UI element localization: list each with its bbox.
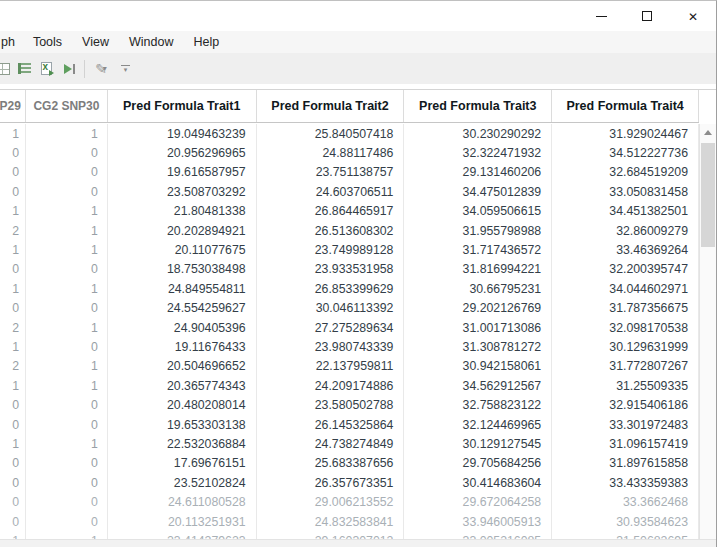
- cell-trait3[interactable]: 31.717436572: [404, 240, 552, 259]
- cell-cg2-snp30[interactable]: 1: [26, 202, 108, 221]
- cell-snp29[interactable]: 1: [0, 337, 26, 356]
- cell-trait1[interactable]: 20.480208014: [108, 395, 257, 414]
- cell-cg2-snp30[interactable]: 0: [26, 260, 108, 279]
- cell-snp29[interactable]: 0: [0, 512, 26, 531]
- table-row[interactable]: 0020.11325193124.83258384133.94600591330…: [0, 512, 699, 531]
- table-row[interactable]: 0019.61658795723.75113875729.13146020632…: [0, 163, 699, 182]
- cell-snp29[interactable]: 0: [0, 395, 26, 414]
- table-row[interactable]: 2124.9040539627.27528963431.00171308632.…: [0, 318, 699, 337]
- table-row[interactable]: 0020.95629696524.8811748632.32247193234.…: [0, 143, 699, 162]
- cell-trait3[interactable]: 32.758823122: [404, 395, 552, 414]
- column-header-trait1[interactable]: Pred Formula Trait1: [108, 90, 257, 122]
- cell-trait3[interactable]: 31.816994221: [404, 260, 552, 279]
- cell-snp29[interactable]: 2: [0, 221, 26, 240]
- cell-trait2[interactable]: 30.046113392: [257, 299, 405, 318]
- cell-cg2-snp30[interactable]: 0: [26, 337, 108, 356]
- cell-trait2[interactable]: 23.933531958: [257, 260, 405, 279]
- cell-trait2[interactable]: 27.275289634: [257, 318, 405, 337]
- cell-trait4[interactable]: 33.433359383: [552, 473, 699, 492]
- cell-trait3[interactable]: 30.129127545: [404, 434, 552, 453]
- scroll-up-button[interactable]: [700, 124, 716, 141]
- cell-snp29[interactable]: 2: [0, 318, 26, 337]
- excel-export-icon[interactable]: [35, 59, 57, 79]
- cell-snp29[interactable]: 0: [0, 299, 26, 318]
- cell-snp29[interactable]: 0: [0, 473, 26, 492]
- run-icon[interactable]: [57, 59, 79, 79]
- cell-trait3[interactable]: 29.672064258: [404, 492, 552, 511]
- cell-trait1[interactable]: 19.653303138: [108, 415, 257, 434]
- close-button[interactable]: [670, 1, 716, 31]
- cell-trait3[interactable]: 33.946005913: [404, 512, 552, 531]
- cell-trait3[interactable]: 30.414683604: [404, 473, 552, 492]
- cell-trait2[interactable]: 22.137959811: [257, 357, 405, 376]
- cell-cg2-snp30[interactable]: 0: [26, 395, 108, 414]
- columns-icon[interactable]: [13, 59, 35, 79]
- cell-trait1[interactable]: 24.849554811: [108, 279, 257, 298]
- column-header-snp29[interactable]: P29: [0, 90, 26, 122]
- cell-trait2[interactable]: 25.840507418: [257, 124, 405, 143]
- cell-snp29[interactable]: 1: [0, 124, 26, 143]
- maximize-button[interactable]: [624, 1, 670, 31]
- column-header-trait4[interactable]: Pred Formula Trait4: [552, 90, 699, 122]
- cell-trait1[interactable]: 20.504696652: [108, 357, 257, 376]
- table-row[interactable]: 1123.41427962329.16030701233.00521608531…: [0, 531, 699, 539]
- cell-cg2-snp30[interactable]: 1: [26, 318, 108, 337]
- cell-trait4[interactable]: 33.301972483: [552, 415, 699, 434]
- table-row[interactable]: 1121.8048133826.86446591734.05950661534.…: [0, 202, 699, 221]
- cell-snp29[interactable]: 0: [0, 415, 26, 434]
- cell-trait4[interactable]: 31.787356675: [552, 299, 699, 318]
- table-row[interactable]: 1124.84955481126.85339962930.6679523134.…: [0, 279, 699, 298]
- cell-snp29[interactable]: 1: [0, 434, 26, 453]
- cell-trait1[interactable]: 23.414279623: [108, 531, 257, 539]
- cell-snp29[interactable]: 1: [0, 531, 26, 539]
- cell-cg2-snp30[interactable]: 1: [26, 124, 108, 143]
- cell-trait4[interactable]: 32.200395747: [552, 260, 699, 279]
- cell-cg2-snp30[interactable]: 1: [26, 357, 108, 376]
- bottom-scroll-strip[interactable]: [0, 539, 716, 547]
- cell-cg2-snp30[interactable]: 1: [26, 531, 108, 539]
- cell-trait2[interactable]: 26.864465917: [257, 202, 405, 221]
- cell-trait4[interactable]: 31.929024467: [552, 124, 699, 143]
- table-row[interactable]: 0023.50870329224.60370651134.47501283933…: [0, 182, 699, 201]
- cell-trait1[interactable]: 18.753038498: [108, 260, 257, 279]
- table-row[interactable]: 1120.1107767523.74998912831.71743657233.…: [0, 240, 699, 259]
- table-row[interactable]: 2120.50469665222.13795981130.94215806131…: [0, 357, 699, 376]
- cell-snp29[interactable]: 0: [0, 454, 26, 473]
- cell-trait4[interactable]: 31.772807267: [552, 357, 699, 376]
- cell-cg2-snp30[interactable]: 0: [26, 512, 108, 531]
- edit-pencil-icon[interactable]: ▾: [90, 59, 112, 79]
- scrollbar-thumb[interactable]: [701, 143, 715, 247]
- cell-trait2[interactable]: 24.603706511: [257, 182, 405, 201]
- toolbar-overflow-icon[interactable]: ▾: [120, 65, 131, 72]
- cell-trait1[interactable]: 24.554259627: [108, 299, 257, 318]
- cell-cg2-snp30[interactable]: 0: [26, 415, 108, 434]
- cell-cg2-snp30[interactable]: 0: [26, 454, 108, 473]
- cell-trait2[interactable]: 23.749989128: [257, 240, 405, 259]
- cell-cg2-snp30[interactable]: 1: [26, 434, 108, 453]
- cell-trait1[interactable]: 19.049463239: [108, 124, 257, 143]
- cell-trait2[interactable]: 24.88117486: [257, 143, 405, 162]
- cell-cg2-snp30[interactable]: 0: [26, 492, 108, 511]
- cell-trait2[interactable]: 26.357673351: [257, 473, 405, 492]
- cell-trait3[interactable]: 32.322471932: [404, 143, 552, 162]
- menu-item-window[interactable]: Window: [119, 31, 183, 53]
- table-row[interactable]: 0020.48020801423.58050278832.75882312232…: [0, 395, 699, 414]
- cell-trait4[interactable]: 33.3662468: [552, 492, 699, 511]
- menu-item-tools[interactable]: Tools: [23, 31, 72, 53]
- cell-cg2-snp30[interactable]: 0: [26, 473, 108, 492]
- vertical-scrollbar[interactable]: [699, 124, 716, 539]
- column-header-cg2-snp30[interactable]: CG2 SNP30: [26, 90, 108, 122]
- cell-trait4[interactable]: 32.098170538: [552, 318, 699, 337]
- cell-trait1[interactable]: 21.80481338: [108, 202, 257, 221]
- cell-trait1[interactable]: 19.11676433: [108, 337, 257, 356]
- cell-snp29[interactable]: 1: [0, 240, 26, 259]
- cell-trait3[interactable]: 30.66795231: [404, 279, 552, 298]
- cell-cg2-snp30[interactable]: 1: [26, 240, 108, 259]
- cell-trait2[interactable]: 23.580502788: [257, 395, 405, 414]
- cell-trait1[interactable]: 22.532036884: [108, 434, 257, 453]
- cell-trait3[interactable]: 34.475012839: [404, 182, 552, 201]
- cell-trait2[interactable]: 23.980743339: [257, 337, 405, 356]
- cell-cg2-snp30[interactable]: 0: [26, 143, 108, 162]
- cell-trait2[interactable]: 29.006213552: [257, 492, 405, 511]
- minimize-button[interactable]: [578, 1, 624, 31]
